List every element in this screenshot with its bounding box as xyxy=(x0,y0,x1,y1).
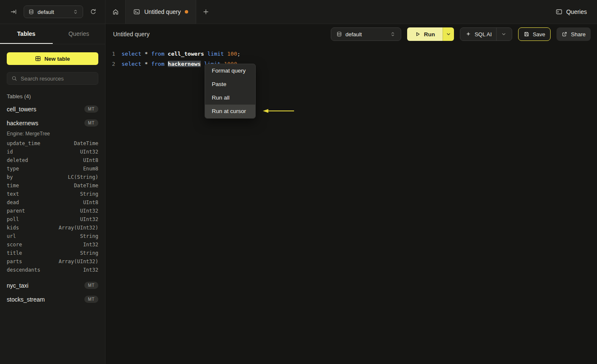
sidebar-tabs: TablesQueries xyxy=(0,24,105,44)
query-tab-icon xyxy=(133,8,140,15)
main-panel: Untitled query default Run xyxy=(105,24,597,364)
sidebar-tab-tables[interactable]: Tables xyxy=(0,24,53,44)
queries-button-label: Queries xyxy=(566,8,587,15)
line-number: 2 xyxy=(105,59,115,69)
engine-label: Engine: MergeTree xyxy=(7,131,50,137)
table-grid-icon xyxy=(35,56,41,62)
editor-line[interactable]: 2 select * from hackernews limit 1000 xyxy=(105,59,597,69)
code-token xyxy=(141,51,145,57)
column-row: by LC(String) xyxy=(7,173,98,181)
column-type: Int32 xyxy=(83,240,98,249)
unsaved-changes-dot xyxy=(185,10,188,13)
column-row: poll UInt32 xyxy=(7,215,98,224)
new-tab-button[interactable] xyxy=(200,6,212,18)
menu-item-paste[interactable]: Paste xyxy=(205,78,255,91)
menu-item-format-query[interactable]: Format query xyxy=(205,64,255,78)
code-token xyxy=(165,61,168,67)
app-body: TablesQueries New table Tables (4) cell_… xyxy=(0,24,597,364)
table-row-stocks_stream[interactable]: stocks_stream MT xyxy=(0,292,105,306)
code-token: from xyxy=(151,61,164,67)
code-token: limit xyxy=(208,51,224,57)
column-name: by xyxy=(7,173,13,181)
column-name: parent xyxy=(7,207,25,215)
tables-list: cell_towers MT hackernews MT Engine: Mer… xyxy=(0,102,105,306)
column-name: deleted xyxy=(7,156,28,164)
table-badge: MT xyxy=(84,105,98,113)
column-name: update_time xyxy=(7,139,40,148)
search-icon xyxy=(11,75,17,81)
tab-untitled-query[interactable]: Untitled query xyxy=(125,0,196,24)
collapse-sidebar-button[interactable] xyxy=(8,6,19,18)
sparkle-icon xyxy=(465,31,471,37)
home-button[interactable] xyxy=(110,6,122,18)
save-button[interactable]: Save xyxy=(518,27,551,41)
table-row-nyc_taxi[interactable]: nyc_taxi MT xyxy=(0,278,105,292)
table-badge: MT xyxy=(84,296,98,303)
button-divider xyxy=(496,28,497,40)
column-type: UInt8 xyxy=(83,156,98,164)
column-row: deleted UInt8 xyxy=(7,156,98,164)
refresh-button[interactable] xyxy=(87,6,99,18)
menu-item-run-at-cursor[interactable]: Run at cursor xyxy=(205,105,255,118)
search-resources-input[interactable] xyxy=(21,75,95,82)
table-row-cell_towers[interactable]: cell_towers MT xyxy=(0,102,105,116)
table-engine: Engine: MergeTree xyxy=(0,130,105,138)
column-type: Array(UInt32) xyxy=(59,257,98,266)
editor-lines: 1 select * from cell_towers limit 100; 2… xyxy=(105,49,597,69)
column-name: type xyxy=(7,164,19,173)
chevron-down-icon xyxy=(501,31,507,37)
topbar-left: default xyxy=(0,0,105,24)
column-row: score Int32 xyxy=(7,240,98,249)
code-token: select xyxy=(122,51,141,57)
sidebar-tab-queries[interactable]: Queries xyxy=(53,24,105,44)
code-token: ; xyxy=(237,51,240,57)
table-name: hackernews xyxy=(7,120,38,127)
table-name: nyc_taxi xyxy=(7,282,28,289)
chevron-updown-icon xyxy=(390,31,396,37)
column-name: title xyxy=(7,249,22,257)
code-token xyxy=(201,61,204,67)
main-header: Untitled query default Run xyxy=(105,24,597,44)
column-name: kids xyxy=(7,224,19,232)
code-line: select * from cell_towers limit 100; xyxy=(122,49,240,59)
database-icon xyxy=(336,31,342,37)
column-row: url String xyxy=(7,232,98,240)
code-token: * xyxy=(145,61,148,67)
queries-icon xyxy=(556,8,562,15)
context-menu: Format queryPasteRun allRun at cursor xyxy=(205,64,256,119)
menu-item-run-all[interactable]: Run all xyxy=(205,91,255,105)
editor-line[interactable]: 1 select * from cell_towers limit 100; xyxy=(105,49,597,59)
sidebar: TablesQueries New table Tables (4) cell_… xyxy=(0,24,105,364)
column-type: String xyxy=(80,249,98,257)
sql-ai-label: SQL AI xyxy=(475,31,492,38)
sql-editor[interactable]: 1 select * from cell_towers limit 100; 2… xyxy=(105,44,597,69)
column-type: String xyxy=(80,232,98,240)
code-token: * xyxy=(145,51,148,57)
toolbar-database-value: default xyxy=(346,31,386,38)
column-name: dead xyxy=(7,198,19,207)
column-name: poll xyxy=(7,215,19,224)
column-type: UInt32 xyxy=(80,215,98,224)
new-table-label: New table xyxy=(44,56,70,62)
column-type: UInt8 xyxy=(83,198,98,207)
page-title: Untitled query xyxy=(113,31,149,38)
column-type: DateTime xyxy=(74,139,98,148)
table-row-hackernews[interactable]: hackernews MT xyxy=(0,116,105,130)
table-name: stocks_stream xyxy=(7,296,45,303)
sql-ai-button[interactable]: SQL AI xyxy=(460,27,512,41)
column-row: text String xyxy=(7,190,98,198)
code-token: from xyxy=(151,51,164,57)
run-button[interactable]: Run xyxy=(407,27,443,41)
share-button[interactable]: Share xyxy=(556,27,591,41)
table-badge: MT xyxy=(84,119,98,127)
column-type: LC(String) xyxy=(68,173,98,181)
column-type: Int32 xyxy=(83,266,98,274)
column-row: id UInt32 xyxy=(7,148,98,156)
column-name: time xyxy=(7,181,19,190)
run-options-button[interactable] xyxy=(443,27,454,41)
topbar-database-selector[interactable]: default xyxy=(24,5,83,18)
column-type: DateTime xyxy=(74,181,98,190)
new-table-button[interactable]: New table xyxy=(7,52,98,65)
queries-button[interactable]: Queries xyxy=(546,0,597,24)
toolbar-database-selector[interactable]: default xyxy=(331,27,401,41)
